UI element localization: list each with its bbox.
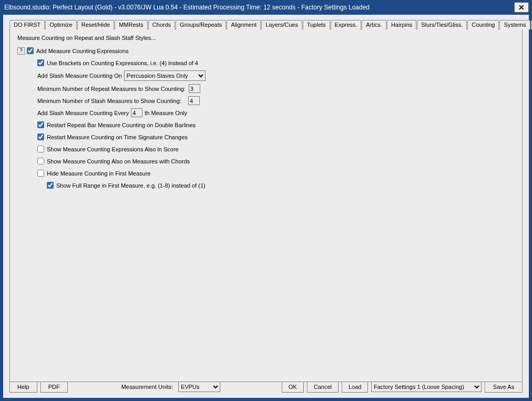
label-also-score: Show Measure Counting Expressions Also i…	[47, 146, 179, 152]
label-every-post: th Measure Only	[145, 110, 187, 116]
label-restart-double: Restart Repeat Bar Measure Counting on D…	[47, 122, 196, 128]
tab-systems[interactable]: Systems	[499, 20, 530, 29]
load-button[interactable]: Load	[342, 381, 368, 393]
tab-counting[interactable]: Counting	[467, 20, 499, 30]
row-also-score: Show Measure Counting Expressions Also i…	[17, 145, 515, 153]
row-min-slash: Minimum Number of Slash Measures to Show…	[17, 96, 515, 105]
label-use-brackets: Use Brackets on Counting Expressions, i.…	[47, 60, 198, 66]
titlebar: Elbsound.studio: Perfect Layout (Gold) -…	[0, 0, 532, 15]
tab-reset-hide[interactable]: Reset/Hide	[77, 20, 114, 29]
label-min-slash: Minimum Number of Slash Measures to Show…	[37, 98, 181, 104]
tab-tuplets[interactable]: Tuplets	[303, 20, 330, 29]
row-add-expressions: ? Add Measure Counting Expressions	[17, 46, 515, 55]
label-every-pre: Add Slash Measure Counting Every	[37, 110, 129, 116]
row-full-range: Show Full Range in First Measure, e.g. (…	[17, 181, 515, 190]
checkbox-full-range[interactable]	[47, 182, 54, 189]
tab-express[interactable]: Express.	[331, 20, 362, 29]
app-window: Elbsound.studio: Perfect Layout (Gold) -…	[0, 0, 532, 401]
close-icon[interactable]: ✕	[514, 2, 529, 13]
window-title: Elbsound.studio: Perfect Layout (Gold) -…	[4, 4, 514, 11]
checkbox-restart-ts[interactable]	[37, 133, 44, 140]
row-every-n: Add Slash Measure Counting Every th Meas…	[17, 108, 515, 117]
ok-button[interactable]: OK	[282, 381, 304, 393]
row-add-slash-on: Add Slash Measure Counting On Percussion…	[17, 70, 515, 81]
row-restart-ts: Restart Measure Counting on Time Signatu…	[17, 132, 515, 141]
footer-bar: Help PDF Measurement Units: EVPUs OK Can…	[9, 381, 523, 393]
tab-hairpins[interactable]: Hairpins	[387, 20, 416, 29]
row-restart-double: Restart Repeat Bar Measure Counting on D…	[17, 120, 515, 129]
row-min-repeat: Minimum Number of Repeat Measures to Sho…	[17, 84, 515, 93]
select-measurement-units[interactable]: EVPUs	[178, 382, 220, 392]
label-measurement-units: Measurement Units:	[121, 384, 173, 390]
tab-panel-counting: Measure Counting on Repeat and Slash Sta…	[9, 29, 523, 382]
help-button[interactable]: Help	[9, 381, 37, 393]
tab-mmrests[interactable]: MMRests	[115, 20, 147, 29]
label-restart-ts: Restart Measure Counting on Time Signatu…	[47, 134, 188, 140]
tab-layers-cues[interactable]: Layers/Cues	[261, 20, 302, 29]
checkbox-also-score[interactable]	[37, 146, 44, 152]
tab-slurs-ties-gliss[interactable]: Slurs/Ties/Gliss.	[417, 20, 467, 29]
checkbox-restart-double[interactable]	[37, 121, 44, 128]
label-min-repeat: Minimum Number of Repeat Measures to Sho…	[37, 86, 186, 92]
row-hide-first: Hide Measure Counting in First Measure	[17, 169, 515, 178]
tab-alignment[interactable]: Alignment	[227, 20, 261, 29]
checkbox-add-expressions[interactable]	[27, 47, 34, 54]
select-factory-settings[interactable]: Factory Settings 1 (Loose Spacing)	[371, 382, 482, 392]
help-icon[interactable]: ?	[17, 47, 25, 55]
section-header: Measure Counting on Repeat and Slash Sta…	[17, 35, 515, 41]
checkbox-also-chords[interactable]	[37, 158, 44, 164]
input-every-n[interactable]	[131, 108, 142, 117]
cancel-button[interactable]: Cancel	[307, 381, 339, 393]
checkbox-hide-first[interactable]	[37, 170, 44, 177]
save-as-button[interactable]: Save As	[485, 381, 523, 393]
label-also-chords: Show Measure Counting Also on Measures w…	[47, 158, 190, 164]
input-min-repeat[interactable]	[189, 84, 200, 93]
checkbox-use-brackets[interactable]	[37, 59, 44, 66]
tab-strip: DO FIRST Optimize Reset/Hide MMRests Cho…	[9, 20, 523, 29]
row-use-brackets: Use Brackets on Counting Expressions, i.…	[17, 58, 515, 67]
label-add-slash-on: Add Slash Measure Counting On	[37, 73, 122, 79]
tab-optimize[interactable]: Optimize	[45, 20, 76, 29]
input-min-slash[interactable]	[188, 96, 200, 105]
pdf-button[interactable]: PDF	[40, 381, 68, 393]
select-add-slash-on[interactable]: Percussion Staves Only	[124, 70, 206, 81]
label-add-expressions: Add Measure Counting Expressions	[36, 48, 128, 54]
client-area: DO FIRST Optimize Reset/Hide MMRests Cho…	[3, 15, 529, 398]
label-full-range: Show Full Range in First Measure, e.g. (…	[56, 182, 206, 189]
label-hide-first: Hide Measure Counting in First Measure	[47, 170, 150, 177]
row-also-chords: Show Measure Counting Also on Measures w…	[17, 157, 515, 166]
tab-artics[interactable]: Artics.	[362, 20, 386, 29]
tab-groups-repeats[interactable]: Groups/Repeats	[176, 20, 226, 29]
tab-do-first[interactable]: DO FIRST	[9, 20, 45, 29]
tab-chords[interactable]: Chords	[148, 20, 175, 29]
